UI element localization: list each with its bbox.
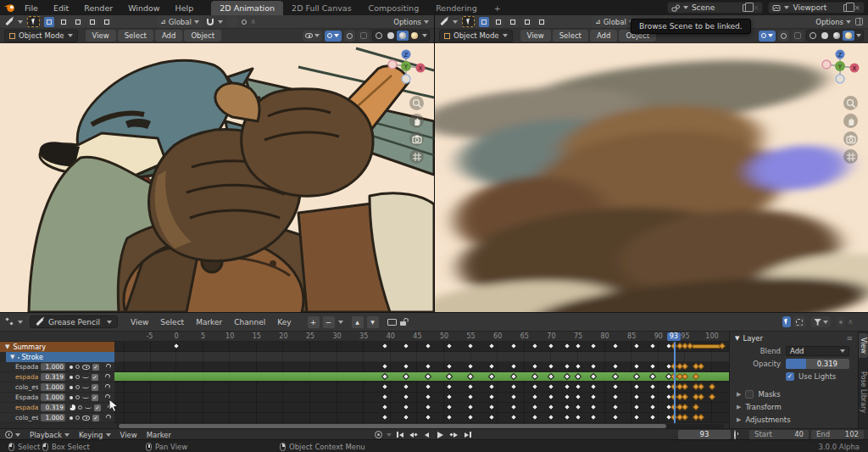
menu-view[interactable]: View bbox=[86, 30, 116, 42]
editor-type-icon[interactable] bbox=[5, 20, 14, 23]
options-button[interactable]: Options bbox=[815, 18, 851, 26]
keyframe[interactable] bbox=[649, 363, 656, 370]
opacity-slider[interactable]: 0.319 bbox=[786, 359, 849, 369]
keyframe-selected[interactable] bbox=[698, 414, 704, 421]
keyframe[interactable] bbox=[611, 414, 618, 421]
editor-type-icon[interactable] bbox=[440, 20, 448, 23]
remove-keyframe-button[interactable]: − bbox=[323, 316, 335, 328]
section-transform[interactable]: ▶Transform bbox=[730, 400, 858, 413]
use-lights-checkbox[interactable]: ✓ bbox=[92, 394, 98, 401]
proportional-falloff-icon[interactable]: ∧ bbox=[251, 18, 256, 25]
viewport-selector[interactable]: Viewport × bbox=[768, 2, 865, 14]
grid-perspective-icon[interactable] bbox=[843, 149, 858, 164]
current-frame-indicator[interactable]: 93 bbox=[667, 332, 681, 341]
channel-espada-c[interactable]: Espada_c1.000✓ bbox=[0, 393, 114, 403]
onion-skin-icon[interactable] bbox=[75, 375, 80, 379]
select-mode-subtract-icon[interactable] bbox=[508, 17, 518, 27]
end-frame-field[interactable]: End 102 bbox=[811, 430, 864, 439]
proportional-edit-icon[interactable] bbox=[837, 316, 845, 327]
keyframe[interactable] bbox=[488, 363, 495, 370]
keyframe[interactable] bbox=[381, 383, 388, 390]
visibility-eye-icon[interactable] bbox=[82, 416, 90, 421]
mode-dropdown[interactable]: Object Mode bbox=[439, 30, 513, 42]
keyframe-selected[interactable] bbox=[687, 343, 693, 349]
move-channel-down-button[interactable]: ▼ bbox=[367, 316, 379, 328]
keyframe[interactable] bbox=[574, 363, 581, 370]
zoom-icon[interactable] bbox=[409, 96, 424, 110]
scene-name[interactable]: Scene bbox=[692, 3, 739, 12]
channel-track-summary[interactable] bbox=[114, 342, 729, 352]
keyframe[interactable] bbox=[424, 343, 431, 349]
zoom-icon[interactable] bbox=[843, 96, 858, 110]
active-tool-select-icon[interactable] bbox=[27, 16, 40, 27]
keyframe[interactable] bbox=[531, 393, 538, 400]
select-mode-new-icon[interactable] bbox=[44, 17, 54, 27]
keyframe[interactable] bbox=[403, 414, 409, 421]
section-checkbox[interactable] bbox=[745, 390, 754, 399]
keyframe[interactable] bbox=[611, 363, 618, 370]
menu-view[interactable]: View bbox=[125, 316, 154, 328]
lock-channels-icon[interactable] bbox=[400, 318, 406, 326]
keyframe-hold-bar[interactable] bbox=[692, 344, 722, 349]
scene-selector[interactable]: Scene × bbox=[667, 2, 764, 14]
channel-colo-espa[interactable]: colo_espa1.000✓ bbox=[0, 382, 114, 393]
onion-skin-icon[interactable] bbox=[78, 405, 82, 410]
keyframe[interactable] bbox=[531, 343, 538, 349]
menu-keying[interactable]: Keying bbox=[79, 431, 111, 439]
xray-button[interactable] bbox=[358, 31, 370, 42]
camera-view-icon[interactable] bbox=[843, 131, 858, 146]
keyframe[interactable] bbox=[381, 393, 388, 400]
keyframe-selected[interactable] bbox=[698, 393, 704, 400]
keyframe[interactable] bbox=[381, 414, 388, 421]
keyframe[interactable] bbox=[509, 404, 516, 410]
keyframe[interactable] bbox=[488, 343, 495, 349]
keyframe[interactable] bbox=[488, 383, 495, 390]
keyframe[interactable] bbox=[424, 414, 431, 421]
keyframe[interactable] bbox=[564, 343, 570, 349]
keyframe[interactable] bbox=[467, 404, 474, 410]
object-visibility-button[interactable] bbox=[303, 31, 322, 42]
editor-type-clock-icon[interactable] bbox=[5, 431, 20, 438]
overlays-button[interactable] bbox=[778, 31, 789, 42]
start-frame-field[interactable]: Start 40 bbox=[749, 430, 809, 439]
menu-object[interactable]: Object bbox=[184, 30, 221, 42]
keyframe[interactable] bbox=[611, 343, 618, 349]
next-keyframe-button[interactable] bbox=[448, 430, 459, 439]
keyframe[interactable] bbox=[590, 414, 597, 421]
keyframe-selected[interactable] bbox=[682, 404, 688, 410]
snap-magnet-icon[interactable] bbox=[207, 19, 214, 25]
menu-file[interactable]: File bbox=[19, 2, 44, 14]
keyframe[interactable] bbox=[467, 343, 474, 349]
influence-curve-icon[interactable] bbox=[82, 394, 89, 399]
keyframe-selected[interactable] bbox=[682, 383, 688, 390]
keyframe[interactable] bbox=[564, 363, 570, 370]
select-mode-intersect-icon[interactable] bbox=[537, 17, 547, 27]
keyframe[interactable] bbox=[649, 343, 656, 349]
shading-solid-icon[interactable] bbox=[385, 31, 397, 41]
keyframe[interactable] bbox=[590, 363, 597, 370]
keyframe[interactable] bbox=[424, 383, 431, 390]
channel-track-colo-espa[interactable] bbox=[114, 413, 729, 423]
keyframe[interactable] bbox=[531, 404, 538, 410]
menu-help[interactable]: Help bbox=[170, 2, 200, 14]
menu-select[interactable]: Select bbox=[118, 30, 153, 42]
keyframe[interactable] bbox=[633, 393, 640, 400]
channel-espada-s[interactable]: espada_s0.319✓ bbox=[0, 403, 114, 413]
select-mode-invert-icon[interactable] bbox=[87, 17, 97, 27]
blend-dropdown[interactable]: Add bbox=[786, 346, 849, 356]
keyframe[interactable] bbox=[649, 383, 656, 390]
keyframe[interactable] bbox=[590, 404, 597, 410]
keyframe[interactable] bbox=[590, 393, 597, 400]
select-mode-new-icon[interactable] bbox=[479, 17, 489, 27]
keyframe-selected[interactable] bbox=[708, 393, 715, 400]
keyframe[interactable] bbox=[509, 393, 516, 400]
tab-pose-library[interactable]: Pose Library bbox=[859, 367, 868, 417]
keyframe[interactable] bbox=[633, 414, 640, 421]
playhead[interactable] bbox=[674, 342, 676, 423]
filter-button[interactable] bbox=[811, 316, 831, 327]
channel-track-colo-espa[interactable] bbox=[114, 382, 729, 393]
menu-view[interactable]: View bbox=[520, 30, 551, 42]
keyframe[interactable] bbox=[381, 363, 388, 370]
onion-skin-icon[interactable] bbox=[75, 395, 80, 399]
keyframe[interactable] bbox=[531, 363, 538, 370]
